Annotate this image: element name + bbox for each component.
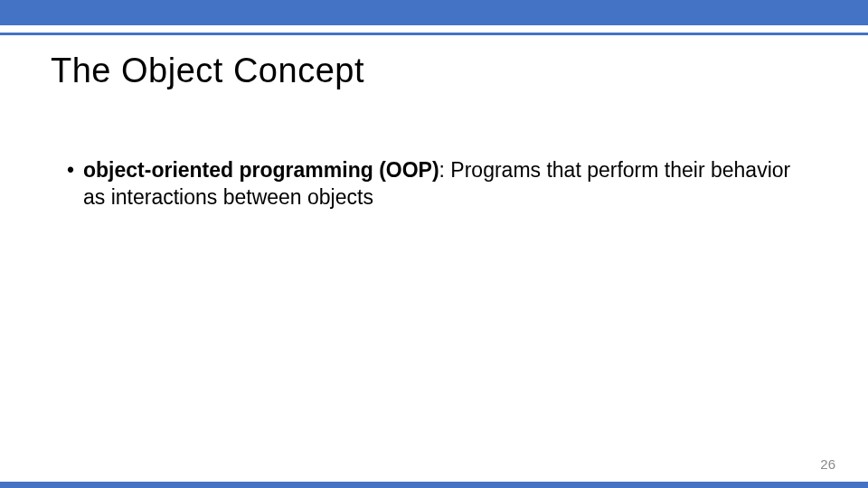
bullet-item: object-oriented programming (OOP): Progr…	[67, 157, 817, 211]
bullet-bold-term: object-oriented programming (OOP)	[83, 158, 439, 182]
slide-content: The Object Concept object-oriented progr…	[0, 35, 868, 211]
page-number: 26	[820, 456, 835, 472]
bottom-accent-bar	[0, 482, 868, 488]
slide-title: The Object Concept	[51, 52, 817, 90]
bullet-section: object-oriented programming (OOP): Progr…	[51, 157, 817, 211]
top-accent-bar	[0, 0, 868, 25]
